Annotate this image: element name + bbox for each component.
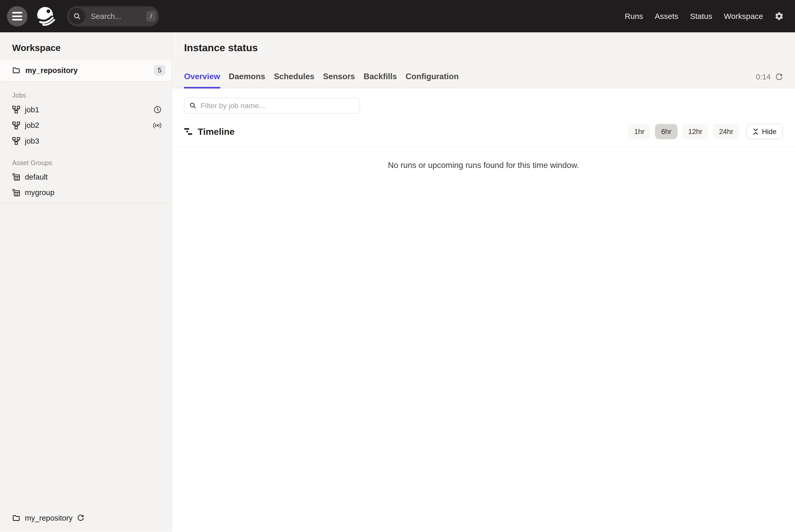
timeline-empty-message: No runs or upcoming runs found for this … [172, 161, 795, 170]
hide-timeline-button[interactable]: Hide [746, 124, 783, 139]
sidebar-item-mygroup[interactable]: mygroup [0, 185, 172, 201]
timeline-header: Timeline 1hr 6hr 12hr 24hr Hide [172, 121, 795, 147]
job-filter-input[interactable] [184, 98, 360, 114]
dagster-app: / Runs Assets Status Workspace Workspace… [0, 0, 795, 532]
instance-tabs: Overview Daemons Schedules Sensors Backf… [184, 72, 458, 88]
section-label-jobs: Jobs [0, 92, 172, 99]
nav-runs[interactable]: Runs [625, 12, 643, 21]
gear-icon [774, 12, 784, 21]
page-title: Instance status [184, 42, 783, 54]
job-name: job3 [25, 137, 39, 146]
range-24hr-button[interactable]: 24hr [713, 124, 739, 139]
tab-daemons[interactable]: Daemons [229, 72, 265, 88]
tab-configuration[interactable]: Configuration [405, 72, 458, 88]
hide-label: Hide [762, 128, 776, 136]
refresh-countdown: 0:14 [756, 73, 771, 81]
top-bar: / Runs Assets Status Workspace [0, 0, 795, 32]
job-name: job1 [25, 105, 39, 114]
hamburger-menu-button[interactable] [7, 6, 27, 26]
job-graph-icon [12, 137, 20, 145]
gantt-icon [184, 127, 192, 136]
job-filter [184, 98, 360, 114]
time-range-buttons: 1hr 6hr 12hr 24hr Hide [628, 124, 783, 139]
repository-item[interactable]: my_repository 5 [0, 59, 172, 81]
nav-status[interactable]: Status [690, 12, 712, 21]
filter-search-icon [189, 102, 196, 109]
range-6hr-button[interactable]: 6hr [655, 124, 678, 139]
range-12hr-button[interactable]: 12hr [682, 124, 708, 139]
repository-count-badge: 5 [154, 65, 166, 76]
asset-group-icon [12, 189, 20, 197]
tab-schedules[interactable]: Schedules [274, 72, 315, 88]
sidebar-item-job3[interactable]: job3 [0, 133, 172, 149]
global-search[interactable]: / [67, 6, 159, 26]
asset-group-icon [12, 173, 20, 181]
schedule-clock-icon [153, 106, 162, 114]
search-icon [69, 8, 85, 24]
sidebar-item-default-group[interactable]: default [0, 169, 172, 185]
folder-icon [12, 66, 20, 74]
section-label-asset-groups: Asset Groups [0, 159, 172, 167]
sidebar-footer-repository[interactable]: my_repository [0, 504, 172, 532]
asset-group-name: mygroup [25, 188, 54, 197]
range-1hr-button[interactable]: 1hr [628, 124, 650, 139]
collapse-vertical-icon [753, 128, 758, 135]
job-graph-icon [12, 106, 20, 114]
reload-repository-icon[interactable] [77, 514, 84, 521]
refresh-timer: 0:14 [756, 73, 783, 88]
refresh-icon[interactable] [775, 73, 783, 81]
page-header: Instance status Overview Daemons Schedul… [172, 32, 795, 88]
nav-workspace[interactable]: Workspace [724, 12, 763, 21]
top-nav: Runs Assets Status Workspace [625, 12, 763, 21]
asset-group-name: default [25, 173, 48, 182]
job-name: job2 [25, 121, 39, 130]
job-graph-icon [12, 121, 20, 129]
folder-icon [12, 514, 20, 522]
tab-overview[interactable]: Overview [184, 72, 220, 88]
sidebar-item-job1[interactable]: job1 [0, 102, 172, 117]
dagster-logo[interactable] [35, 6, 57, 27]
left-sidebar: Workspace my_repository 5 Jobs job1 [0, 32, 172, 532]
nav-assets[interactable]: Assets [655, 12, 678, 21]
dagster-octopus-icon [35, 6, 57, 27]
search-input[interactable] [90, 12, 146, 21]
tab-backfills[interactable]: Backfills [364, 72, 397, 88]
footer-repository-name: my_repository [25, 514, 73, 522]
settings-button[interactable] [774, 12, 784, 21]
main-content: Instance status Overview Daemons Schedul… [172, 32, 795, 532]
sidebar-title: Workspace [0, 32, 172, 59]
sidebar-item-job2[interactable]: job2 [0, 117, 172, 133]
tab-sensors[interactable]: Sensors [323, 72, 355, 88]
repository-name: my_repository [25, 66, 78, 75]
sensor-icon [153, 121, 162, 129]
search-shortcut-key: / [146, 11, 156, 21]
timeline-title: Timeline [198, 127, 234, 137]
